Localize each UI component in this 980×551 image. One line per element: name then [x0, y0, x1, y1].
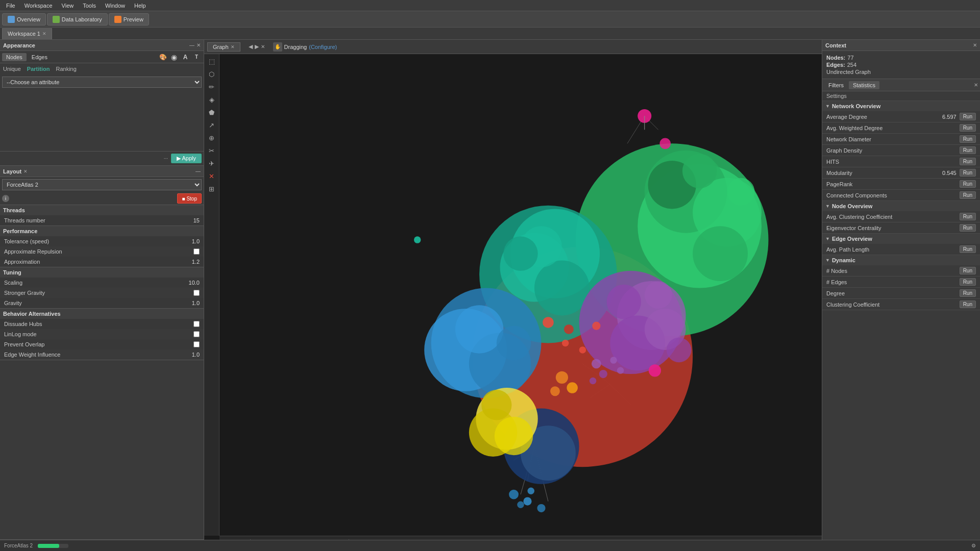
layout-minimize[interactable]: — [195, 168, 201, 174]
pagerank-run[interactable]: Run [960, 180, 976, 188]
select-tool[interactable]: ⬚ [206, 55, 218, 67]
layout-toolbar: i ■ Stop [0, 192, 204, 205]
dissuade-hubs-checkbox[interactable] [193, 321, 200, 327]
prevent-overlap-checkbox[interactable] [193, 341, 200, 347]
menu-file[interactable]: File [2, 2, 19, 10]
avg-degree-run[interactable]: Run [960, 113, 976, 120]
svg-point-62 [523, 497, 531, 505]
lasso-tool[interactable]: ⬡ [206, 68, 218, 80]
pin-tool[interactable]: ⊕ [206, 132, 218, 144]
hits-row: HITS Run [822, 156, 980, 167]
hits-run[interactable]: Run [960, 158, 976, 165]
dynamic-title: Dynamic [832, 257, 855, 263]
eigenvector-row: Eigenvector Centrality Run [822, 222, 980, 234]
delete-tool[interactable]: ✕ [206, 170, 218, 182]
edge-triangle: ▼ [825, 236, 830, 241]
path-tool[interactable]: ⬟ [206, 106, 218, 118]
dynamic-header[interactable]: ▼ Dynamic [822, 255, 980, 265]
magnet-tool[interactable]: ◈ [206, 93, 218, 106]
settings-row[interactable]: Settings [822, 91, 980, 101]
menu-workspace[interactable]: Workspace [20, 2, 57, 10]
graph-density-run[interactable]: Run [960, 146, 976, 154]
threads-header[interactable]: Threads [0, 205, 204, 215]
stop-btn[interactable]: ■ Stop [177, 193, 202, 204]
degree-label: Degree [826, 290, 936, 296]
appearance-minimize[interactable]: — [189, 42, 194, 48]
info-icon[interactable]: i [2, 195, 9, 202]
context-close[interactable]: ✕ [973, 42, 977, 48]
status-settings[interactable]: ⚙ [971, 543, 976, 548]
pencil-tool[interactable]: ✏ [206, 81, 218, 93]
tuning-header[interactable]: Tuning [0, 267, 204, 278]
workspace-tabbar: Workspace 1 ✕ [0, 28, 980, 40]
eigenvector-run[interactable]: Run [960, 224, 976, 232]
filters-tab[interactable]: Filters [824, 81, 848, 89]
menu-view[interactable]: View [58, 2, 78, 10]
linlog-checkbox[interactable] [193, 331, 200, 337]
degree-run[interactable]: Run [960, 289, 976, 297]
appearance-content [0, 90, 204, 151]
label-icon[interactable]: A [180, 52, 190, 62]
nav-close[interactable]: ✕ [261, 44, 265, 49]
num-nodes-run[interactable]: Run [960, 267, 976, 274]
size-icon[interactable]: ◉ [169, 52, 179, 62]
linlog-label: LinLog mode [4, 331, 193, 337]
stronger-gravity-checkbox[interactable] [193, 290, 200, 296]
network-overview-header[interactable]: ▼ Network Overview [822, 101, 980, 111]
approx-repulsion-label: Approximate Repulsion [4, 248, 193, 255]
avg-weighted-run[interactable]: Run [960, 124, 976, 132]
threads-number-row: Threads number 15 [0, 215, 204, 226]
extra-tool[interactable]: ⊞ [206, 183, 218, 195]
num-nodes-row: # Nodes Run [822, 265, 980, 277]
hits-label: HITS [826, 159, 936, 165]
data-lab-btn[interactable]: Data Laboratory [47, 13, 108, 26]
connected-run[interactable]: Run [960, 191, 976, 199]
modularity-run[interactable]: Run [960, 169, 976, 177]
edge-overview-header[interactable]: ▼ Edge Overview [822, 234, 980, 244]
clustering-coeff-run[interactable]: Run [960, 300, 976, 308]
preview-btn[interactable]: Preview [109, 13, 149, 26]
attr-dropdown[interactable]: --Choose an attribute [2, 77, 202, 88]
workspace-tab[interactable]: Workspace 1 ✕ [2, 28, 52, 39]
approx-repulsion-checkbox[interactable] [193, 248, 200, 255]
preview-label: Preview [124, 16, 143, 22]
workspace-tab-close[interactable]: ✕ [42, 31, 46, 36]
behavior-header[interactable]: Behavior Alternatives [0, 309, 204, 319]
graph-density-row: Graph Density Run [822, 145, 980, 156]
type-row: Unique Partition Ranking [0, 63, 204, 74]
menu-window[interactable]: Window [101, 2, 129, 10]
node-overview-header[interactable]: ▼ Node Overview [822, 201, 980, 211]
net-diameter-run[interactable]: Run [960, 135, 976, 143]
nodes-tab[interactable]: Nodes [2, 53, 27, 61]
statistics-tab[interactable]: Statistics [849, 81, 879, 89]
appearance-close[interactable]: ✕ [197, 42, 201, 48]
graph-tab-close[interactable]: ✕ [231, 44, 235, 49]
edges-value: 254 [847, 62, 856, 68]
layout-close-tab[interactable]: ✕ [23, 169, 28, 174]
edges-tab[interactable]: Edges [28, 53, 52, 61]
label-size-icon[interactable]: T [191, 52, 202, 62]
graph-panel: Graph ✕ ◀ ▶ ✕ ✋ Dragging (Configure) ⬚ ⬡… [204, 40, 822, 551]
menu-tools[interactable]: Tools [79, 2, 100, 10]
tuning-group: Tuning Scaling 10.0 Stronger Gravity Gra… [0, 267, 204, 309]
nav-next[interactable]: ▶ [255, 43, 259, 50]
scissors-tool[interactable]: ✂ [206, 144, 218, 157]
configure-link[interactable]: (Configure) [309, 44, 337, 50]
cluster-coeff-run[interactable]: Run [960, 213, 976, 220]
avg-path-run[interactable]: Run [960, 245, 976, 253]
move-tool[interactable]: ✈ [206, 157, 218, 169]
layout-dropdown[interactable]: ForceAtlas 2 [2, 179, 202, 190]
layout-title: Layout [3, 168, 21, 174]
overview-btn[interactable]: Overview [2, 13, 46, 26]
menu-bar: File Workspace View Tools Window Help [0, 0, 980, 11]
apply-btn[interactable]: ▶ Apply [171, 154, 202, 163]
graph-tab[interactable]: Graph ✕ [207, 42, 240, 52]
graph-canvas[interactable] [219, 54, 822, 536]
arrow-tool[interactable]: ↗ [206, 119, 218, 131]
num-edges-run[interactable]: Run [960, 278, 976, 286]
nav-prev[interactable]: ◀ [249, 43, 253, 50]
stats-close[interactable]: ✕ [974, 82, 978, 88]
menu-help[interactable]: Help [130, 2, 150, 10]
color-icon[interactable]: 🎨 [158, 52, 168, 62]
performance-header[interactable]: Performance [0, 226, 204, 236]
